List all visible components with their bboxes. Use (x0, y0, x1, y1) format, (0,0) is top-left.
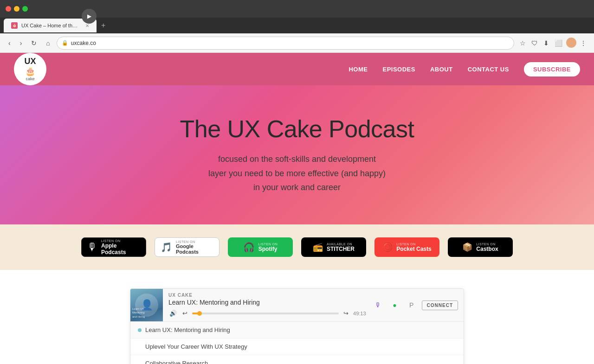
progress-thumb (197, 311, 202, 316)
tab-close-button[interactable]: ✕ (85, 23, 89, 28)
nav-contact[interactable]: CONTACT US (468, 66, 509, 73)
player-top: 👤 Learn UXMentoringand Hiring UX CAKE Le… (130, 289, 464, 321)
content-section: 👤 Learn UXMentoringand Hiring UX CAKE Le… (0, 270, 594, 364)
hero-section: The UX Cake Podcast focused on the soft-… (0, 85, 594, 224)
pocketcasts-icon: ⭕ (382, 242, 393, 252)
close-dot[interactable] (6, 6, 11, 12)
apple-badge-small: Listen on (101, 239, 140, 243)
spotify-badge-small: Listen On (258, 243, 278, 246)
google-podcasts-icon: 🎵 (161, 242, 172, 253)
progress-bar[interactable] (192, 313, 339, 314)
castbox-badge[interactable]: 📦 Listen on Castbox (448, 237, 513, 257)
spacer-1 (138, 345, 142, 349)
site-navigation: UX 🎂 cake HOME EPISODES ABOUT CONTACT US… (0, 53, 594, 85)
stitcher-badge-small: Available on (327, 243, 355, 246)
castbox-badge-main: Castbox (476, 246, 498, 252)
logo-inner: UX 🎂 cake (24, 57, 36, 82)
player-progress-row: 🔊 ↩ ↪ 49:13 (168, 309, 366, 318)
stitcher-badge-main: STITCHER (327, 246, 355, 252)
rewind-button[interactable]: ↩ (181, 309, 188, 318)
nav-about[interactable]: ABOUT (430, 66, 453, 73)
extensions-button[interactable]: 🛡 (529, 38, 540, 49)
connect-button[interactable]: CONNECT (422, 300, 458, 310)
castbox-badge-small: Listen on (476, 243, 498, 246)
hero-title: The UX Cake Podcast (180, 115, 414, 143)
player-right-icons: 🎙 ● P CONNECT (372, 299, 464, 312)
spacer-2 (138, 362, 142, 364)
address-bar[interactable]: 🔒 uxcake.co (57, 37, 514, 50)
active-dot (138, 328, 142, 332)
nav-home[interactable]: HOME (349, 66, 368, 73)
podcast-service-1-button[interactable]: 🎙 (372, 299, 385, 312)
browser-toolbar: ‹ › ↻ ⌂ 🔒 uxcake.co ☆ 🛡 ⬇ ⬜ ⋮ (0, 33, 594, 53)
apple-podcasts-badge[interactable]: 🎙 Listen on Apple Podcasts (81, 237, 146, 257)
google-badge-small: Listen on (176, 240, 213, 243)
forward-button[interactable]: › (17, 38, 25, 49)
website-content: UX 🎂 cake HOME EPISODES ABOUT CONTACT US… (0, 53, 594, 364)
apple-badge-main: Apple Podcasts (101, 243, 140, 255)
nav-links: HOME EPISODES ABOUT CONTACT US SUBSCRIBE (349, 62, 580, 77)
playlist-item-3[interactable]: Collaborative Research (130, 355, 464, 364)
browser-dots (6, 6, 28, 12)
user-avatar[interactable] (566, 38, 576, 48)
browser-tab[interactable]: 🎂 UX Cake – Home of the UX Cake... ✕ (4, 19, 97, 32)
pocketcasts-badge-main: Pocket Casts (396, 246, 431, 252)
fullscreen-dot[interactable] (22, 6, 28, 12)
apple-podcasts-icon: 🎙 (87, 241, 97, 253)
site-logo[interactable]: UX 🎂 cake (14, 53, 46, 85)
google-podcasts-badge[interactable]: 🎵 Listen on Google Podcasts (155, 237, 220, 257)
spotify-player-button[interactable]: ● (388, 299, 401, 312)
spotify-badge-main: Spotify (258, 246, 278, 252)
subscribe-button[interactable]: SUBSCRIBE (524, 62, 580, 77)
player-time: 49:13 (353, 311, 366, 316)
menu-button[interactable]: ⋮ (578, 38, 588, 49)
playlist-item-2[interactable]: Uplevel Your Career With UX Strategy (130, 338, 464, 355)
player-controls: UX CAKE Learn UX: Mentoring and Hiring 🔊… (163, 293, 372, 318)
google-badge-main: Google Podcasts (176, 243, 213, 255)
spotify-icon: 🎧 (243, 242, 255, 253)
pocketcasts-badge-small: Listen on (396, 243, 431, 246)
back-button[interactable]: ‹ (6, 38, 13, 49)
nav-episodes[interactable]: EPISODES (382, 66, 415, 73)
minimize-dot[interactable] (14, 6, 19, 12)
volume-button[interactable]: 🔊 (168, 309, 178, 318)
tab-view-button[interactable]: ⬜ (553, 38, 564, 49)
playlist-item-1[interactable]: Learn UX: Mentoring and Hiring (130, 322, 464, 338)
castbox-icon: 📦 (462, 242, 472, 252)
home-button[interactable]: ⌂ (43, 38, 52, 49)
bookmark-button[interactable]: ☆ (518, 38, 528, 49)
stitcher-icon: 📻 (313, 242, 323, 252)
album-art: 👤 Learn UXMentoringand Hiring (130, 289, 163, 321)
ssl-lock-icon: 🔒 (62, 40, 68, 46)
podcast-badges-section: 🎙 Listen on Apple Podcasts 🎵 Listen on G… (0, 224, 594, 270)
player-title: Learn UX: Mentoring and Hiring (168, 299, 366, 306)
spotify-badge[interactable]: 🎧 Listen On Spotify (228, 237, 293, 257)
reload-button[interactable]: ↻ (28, 38, 39, 49)
tab-favicon: 🎂 (11, 22, 18, 29)
logo-cake-text: cake (24, 77, 36, 82)
logo-ux-text: UX (24, 57, 36, 67)
tab-title: UX Cake – Home of the UX Cake... (21, 23, 80, 28)
album-art-text: Learn UXMentoringand Hiring (132, 307, 145, 319)
hero-subtitle: focused on the soft-skills and developme… (208, 152, 386, 195)
logo-cake-icon: 🎂 (24, 67, 36, 77)
address-text: uxcake.co (71, 40, 96, 46)
pocketcasts-badge[interactable]: ⭕ Listen on Pocket Casts (374, 237, 439, 257)
playlist: Learn UX: Mentoring and Hiring Uplevel Y… (130, 321, 464, 364)
podcast-player: 👤 Learn UXMentoringand Hiring UX CAKE Le… (130, 288, 464, 364)
stitcher-badge[interactable]: 📻 Available on STITCHER (301, 237, 366, 257)
new-tab-button[interactable]: + (98, 21, 108, 30)
toolbar-actions: ☆ 🛡 ⬇ ⬜ ⋮ (518, 38, 588, 49)
download-button[interactable]: ⬇ (542, 38, 551, 49)
pocketcasts-player-button[interactable]: P (405, 299, 418, 312)
player-channel: UX CAKE (168, 293, 366, 298)
forward-skip-button[interactable]: ↪ (342, 309, 349, 318)
